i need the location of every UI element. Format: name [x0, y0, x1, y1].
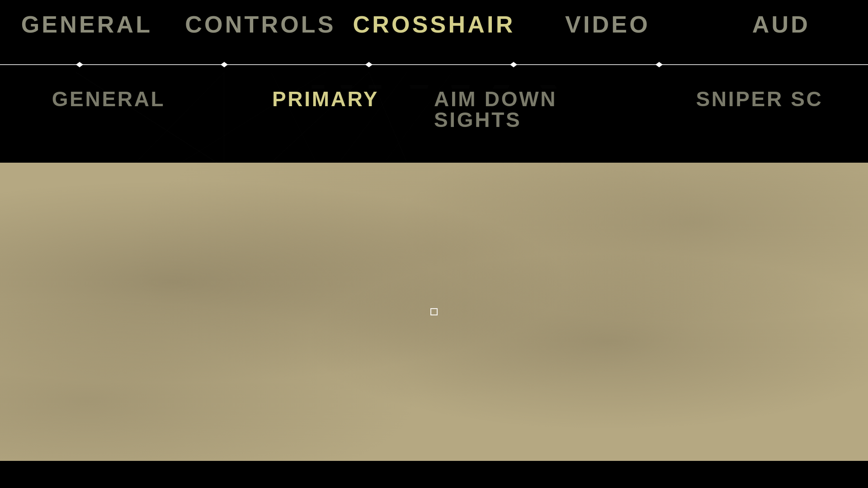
svg-marker-1: [76, 62, 83, 67]
nav-item-crosshair[interactable]: CROSSHAIR: [347, 13, 521, 36]
nav-connector-line: [0, 60, 868, 69]
sub-nav-item-aim-down-sights[interactable]: AIM DOWN SIGHTS: [434, 89, 651, 130]
bottom-bar: [0, 461, 868, 488]
nav-label-video: VIDEO: [565, 13, 650, 36]
sub-nav-item-primary[interactable]: PRIMARY: [217, 89, 434, 109]
svg-marker-3: [365, 62, 373, 67]
sub-nav-label-aim-down-sights: AIM DOWN SIGHTS: [434, 89, 651, 130]
nav-item-controls[interactable]: CONTROLS: [174, 13, 347, 36]
sub-nav-label-general: GENERAL: [52, 89, 165, 109]
nav-label-crosshair: CROSSHAIR: [353, 13, 515, 36]
svg-marker-2: [221, 62, 228, 67]
nav-item-general[interactable]: GENERAL: [0, 13, 174, 36]
nav-item-video[interactable]: VIDEO: [521, 13, 694, 36]
nav-item-audio[interactable]: AUD: [694, 13, 868, 36]
svg-marker-4: [510, 62, 517, 67]
sub-navigation: GENERAL PRIMARY AIM DOWN SIGHTS SNIPER S…: [0, 72, 868, 163]
nav-label-general: GENERAL: [21, 13, 153, 36]
sub-nav-label-sniper-scope: SNIPER SC: [696, 89, 823, 109]
nav-label-audio: AUD: [752, 13, 810, 36]
main-content-area: [0, 163, 868, 461]
crosshair-cursor: [430, 308, 438, 315]
sub-nav-item-sniper-scope[interactable]: SNIPER SC: [651, 89, 868, 109]
nav-label-controls: CONTROLS: [185, 13, 335, 36]
sub-nav-label-primary: PRIMARY: [272, 89, 379, 109]
svg-marker-5: [656, 62, 663, 67]
sub-nav-item-general[interactable]: GENERAL: [0, 89, 217, 109]
